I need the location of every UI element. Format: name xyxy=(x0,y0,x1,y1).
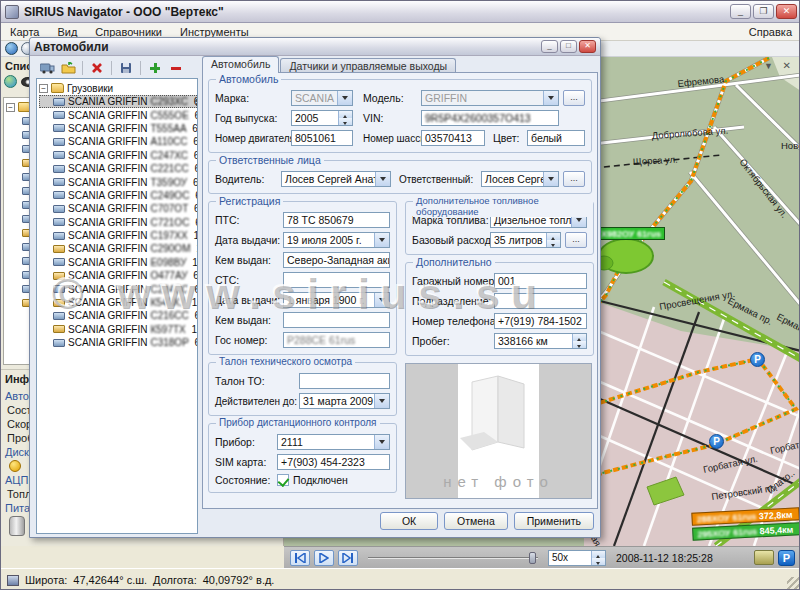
parking-marker[interactable]: P xyxy=(709,434,724,449)
tree-item[interactable]: SCANIA GRIFFIN О477АУ 61rus xyxy=(39,269,197,282)
connected-checkbox[interactable] xyxy=(277,474,289,486)
tree-item[interactable]: SCANIA GRIFFIN С318ОР 61rus xyxy=(39,336,197,349)
parking-toggle-icon[interactable]: P xyxy=(778,550,795,566)
minimize-button[interactable]: _ xyxy=(730,4,751,19)
parking-marker[interactable]: P xyxy=(750,352,765,367)
dialog-vehicle-tree[interactable]: − Грузовики SCANIA GRIFFIN С293ХС 61rusS… xyxy=(36,78,198,534)
driver-label: Водитель: xyxy=(215,173,281,185)
tree-item[interactable]: SCANIA GRIFFIN С555ОЕ 61rus xyxy=(39,108,197,121)
skip-end-button[interactable] xyxy=(338,550,358,566)
tree-item[interactable]: SCANIA GRIFFIN Т555АА 61rus xyxy=(39,122,197,135)
dialog-maximize-button[interactable]: □ xyxy=(560,40,577,53)
tab-sensors[interactable]: Датчики и управляемые выходы xyxy=(280,58,456,73)
phone-field[interactable]: +7(919) 784-1502 xyxy=(494,313,587,329)
chevron-down-icon[interactable] xyxy=(374,293,389,307)
expander-icon[interactable]: − xyxy=(6,103,15,112)
tab-vehicle[interactable]: Автомобиль xyxy=(202,56,279,73)
open-folder-icon[interactable] xyxy=(59,60,77,76)
vehicle-card-icon[interactable] xyxy=(38,60,56,76)
chevron-down-icon[interactable] xyxy=(374,233,389,247)
speed-stepper[interactable]: 50x xyxy=(548,550,606,566)
resize-grip[interactable] xyxy=(787,577,799,589)
restore-button[interactable]: ❐ xyxy=(753,4,774,19)
sts-issued-label: Кем выдан: xyxy=(215,314,283,326)
responsible-select[interactable]: Лосев Сергей Анатоль xyxy=(481,171,559,187)
skip-start-button[interactable] xyxy=(290,550,310,566)
app-icon xyxy=(5,5,19,19)
valid-until-picker[interactable]: 31 марта 2009 г. xyxy=(299,393,390,409)
tree-item[interactable]: SCANIA GRIFFIN С197ХХ 161rus xyxy=(39,229,197,242)
consumption-stepper[interactable]: 35 литров xyxy=(490,232,561,248)
discrete-state-icon xyxy=(9,460,21,472)
dialog-buttons: ОК Отмена Применить xyxy=(380,512,594,530)
engine-field[interactable]: 8051061 xyxy=(291,130,353,146)
model-select[interactable]: GRIFFIN xyxy=(421,90,559,106)
driver-select[interactable]: Лосев Сергей Анатоль xyxy=(281,171,391,187)
delete-icon[interactable] xyxy=(88,60,106,76)
follow-vehicle-icon[interactable] xyxy=(754,550,774,565)
tree-item[interactable]: SCANIA GRIFFIN С290ОМ 161rus xyxy=(39,242,197,255)
ok-button[interactable]: ОК xyxy=(380,512,438,530)
gos-number-field[interactable]: Р288СЕ 61rus xyxy=(283,332,390,348)
sim-field[interactable]: +7(903) 454-2323 xyxy=(277,454,390,470)
menu-item-help[interactable]: Справка xyxy=(740,25,800,39)
tree-item[interactable]: SCANIA GRIFFIN Т359ОУ 61rus xyxy=(39,175,197,188)
sts-date-picker[interactable]: 1 января 1900 г. xyxy=(283,292,390,308)
garage-field[interactable]: 001 xyxy=(494,273,587,289)
ticket-field[interactable] xyxy=(299,373,390,389)
vin-field[interactable]: 9R5Р4Х2600357О413 xyxy=(421,110,559,126)
model-browse-button[interactable]: ... xyxy=(563,90,585,106)
tree-item[interactable]: SCANIA GRIFFIN С221СС 61rus xyxy=(39,162,197,175)
sts-label: СТС: xyxy=(215,274,283,286)
apply-button[interactable]: Применить xyxy=(514,512,594,530)
sts-issued-field[interactable] xyxy=(283,312,390,328)
play-button[interactable] xyxy=(314,550,334,566)
tree-item[interactable]: SCANIA GRIFFIN С247ХС 61rus xyxy=(39,149,197,162)
chevron-down-icon[interactable] xyxy=(543,91,558,105)
expander-icon[interactable]: − xyxy=(39,84,48,93)
tree-item[interactable]: SCANIA GRIFFIN С293ХС 61rus xyxy=(39,95,197,108)
tree-item[interactable]: SCANIA GRIFFIN С249ОС 61rus xyxy=(39,189,197,202)
chevron-down-icon[interactable] xyxy=(543,172,558,186)
chassis-field[interactable]: 03570413 xyxy=(421,130,485,146)
consumption-browse-button[interactable]: ... xyxy=(565,232,587,248)
year-stepper[interactable]: 2005 xyxy=(291,110,353,126)
mileage-stepper[interactable]: 338166 км xyxy=(494,333,587,349)
add-icon[interactable] xyxy=(146,60,164,76)
save-icon[interactable] xyxy=(117,60,135,76)
tree-item[interactable]: SCANIA GRIFFIN К549ХУ 161rus xyxy=(39,296,197,309)
cancel-button[interactable]: Отмена xyxy=(444,512,508,530)
dialog-close-button[interactable]: ✕ xyxy=(579,40,596,53)
tree-root-label[interactable]: Грузовики xyxy=(67,83,113,94)
division-field[interactable] xyxy=(494,293,587,309)
truck-icon xyxy=(53,232,65,240)
tree-item[interactable]: SCANIA GRIFFIN С707ОТ 61rus xyxy=(39,202,197,215)
tree-item[interactable]: SCANIA GRIFFIN А110СС 61rus xyxy=(39,135,197,148)
timeline-slider[interactable] xyxy=(368,550,538,566)
remove-icon[interactable] xyxy=(167,60,185,76)
chevron-down-icon[interactable] xyxy=(337,91,352,105)
globe-tool-icon[interactable] xyxy=(5,42,18,55)
tree-item[interactable]: SCANIA GRIFFIN С216СС 61rus xyxy=(39,309,197,322)
pts-field[interactable]: 78 ТС 850679 xyxy=(283,212,390,228)
chevron-down-icon[interactable] xyxy=(374,435,389,449)
globe-icon[interactable] xyxy=(4,75,17,88)
device-select[interactable]: 2111 xyxy=(277,434,390,450)
tree-item[interactable]: SCANIA GRIFFIN С224СС 61rus xyxy=(39,282,197,295)
pts-date-picker[interactable]: 19 июля 2005 г. xyxy=(283,232,390,248)
chevron-down-icon[interactable] xyxy=(374,394,389,408)
tree-item[interactable]: SCANIA GRIFFIN С721ОС 61rus xyxy=(39,216,197,229)
persons-browse-button[interactable]: ... xyxy=(563,171,585,187)
chevron-down-icon[interactable] xyxy=(375,172,390,186)
panel-collapse-icon[interactable]: ▼ xyxy=(764,61,773,71)
close-button[interactable]: ✕ xyxy=(776,4,797,19)
marka-select[interactable]: SCANIA xyxy=(291,90,353,106)
pts-issued-field[interactable]: Северо-Западная акцизная т xyxy=(283,252,390,268)
color-field[interactable]: белый xyxy=(527,130,585,146)
tree-item[interactable]: SCANIA GRIFFIN К597ТХ 161rus xyxy=(39,323,197,336)
slider-thumb[interactable] xyxy=(529,552,536,564)
sts-field[interactable] xyxy=(283,272,390,288)
dialog-minimize-button[interactable]: _ xyxy=(541,40,558,53)
panel-close-icon[interactable]: ✕ xyxy=(783,61,791,71)
tree-item[interactable]: SCANIA GRIFFIN Е098ВУ 161rus xyxy=(39,256,197,269)
